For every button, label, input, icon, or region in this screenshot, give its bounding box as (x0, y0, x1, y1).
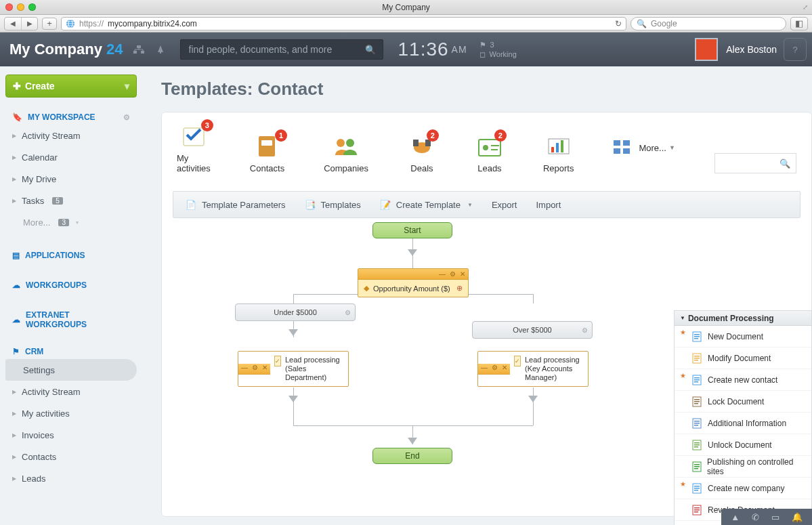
flow-end-node[interactable]: End (372, 448, 452, 464)
status-text: Working (490, 49, 517, 59)
gear-icon[interactable]: ⚙ (450, 270, 456, 278)
crm-tab-more[interactable]: More...▼ (613, 140, 675, 156)
chat-icon[interactable]: ▭ (771, 512, 779, 522)
sidebar-item-my-activities[interactable]: ▶My activities (5, 402, 137, 424)
dp-item[interactable]: ★Modify Document (675, 348, 811, 369)
fullscreen-icon[interactable]: ⤢ (800, 3, 809, 12)
dp-header[interactable]: ▼Document Processing (675, 311, 811, 326)
sidebar-item-tasks[interactable]: ▶Tasks5 (5, 190, 137, 211)
new-tab-button[interactable]: + (42, 18, 57, 30)
gear-icon[interactable]: ⚙ (582, 327, 588, 334)
bell-icon[interactable] (154, 43, 167, 56)
workspace-header[interactable]: 🔖 MY WORKSPACE ⚙ (5, 110, 137, 125)
gear-icon[interactable]: ⚙ (252, 364, 258, 374)
connector (533, 408, 534, 425)
dp-item[interactable]: ★Create new contact (675, 369, 811, 391)
tb-create-template[interactable]: 📝Create Template▼ (380, 199, 473, 210)
arrow-icon (289, 329, 298, 336)
crm-tab-deals[interactable]: 2 Deals (408, 133, 436, 173)
crm-tab-contacts[interactable]: 1 Contacts (250, 133, 284, 173)
close-icon[interactable]: ✕ (460, 270, 465, 278)
tab-label: Companies (324, 163, 368, 173)
tb-templates[interactable]: 📑Templates (305, 199, 361, 210)
group-icon: ☁ (12, 280, 20, 290)
more-icon (613, 140, 632, 156)
bookmark-icon: 🔖 (12, 112, 22, 122)
forward-button[interactable]: ▶ (21, 18, 37, 30)
gear-icon[interactable]: ⚙ (123, 113, 130, 122)
browser-search[interactable]: 🔍 Google (631, 17, 786, 30)
arrow-icon (408, 438, 417, 444)
dp-item[interactable]: ★Additional Information (675, 413, 811, 434)
address-bar[interactable]: https://mycompany.bitrix24.com ↻ (61, 17, 626, 30)
avatar[interactable] (695, 38, 718, 61)
dp-item[interactable]: ★New Document (675, 326, 811, 348)
sidebar-item-label: Contacts (22, 452, 56, 462)
reload-icon[interactable]: ↻ (615, 19, 622, 28)
clipboard-icon: ✓ (514, 356, 521, 366)
flow-condition-left[interactable]: Under $5000⚙ (235, 303, 356, 321)
sidebar-item-activity-stream[interactable]: ▶Activity Stream (5, 125, 137, 146)
crm-search[interactable]: 🔍 (714, 153, 796, 173)
sidebar-item-more[interactable]: More...3▾ (5, 211, 137, 233)
sidebar-item-calendar[interactable]: ▶Calendar (5, 146, 137, 168)
crm-tab-leads[interactable]: 2 Leads (475, 133, 504, 173)
search-icon: 🔍 (779, 159, 790, 169)
close-icon[interactable]: ✕ (502, 364, 507, 374)
flow-task-left[interactable]: —⚙✕ ✓Lead processing (Sales Department) (238, 351, 349, 387)
sidebar-item-my-drive[interactable]: ▶My Drive (5, 168, 137, 190)
gear-icon[interactable]: ⚙ (345, 309, 351, 316)
sidebar-item-label: Calendar (22, 152, 58, 163)
flow-start-node[interactable]: Start (372, 222, 452, 238)
svg-point-15 (483, 145, 488, 150)
sidebar-item-settings[interactable]: Settings (5, 359, 137, 381)
crm-tab-reports[interactable]: Reports (543, 133, 574, 173)
minimize-icon[interactable]: — (241, 364, 248, 374)
document-icon (691, 396, 702, 407)
brand[interactable]: My Company 24 (9, 41, 123, 58)
bookmarks-button[interactable]: ◧ (790, 17, 808, 30)
sidebar-item-leads[interactable]: ▶Leads (5, 467, 137, 489)
crm-tab-companies[interactable]: Companies (324, 133, 368, 173)
sidebar-item-crm-activity-stream[interactable]: ▶Activity Stream (5, 381, 137, 402)
dp-item[interactable]: ★Lock Document (675, 391, 811, 413)
tb-import[interactable]: Import (536, 200, 561, 210)
clock-ampm: AM (452, 44, 467, 55)
extranet-section[interactable]: ☁EXTRANET WORKGROUPS (5, 308, 137, 332)
gear-icon[interactable]: ⚙ (492, 364, 498, 374)
dp-item[interactable]: ★Publishing on controlled sites (675, 456, 811, 478)
tb-template-params[interactable]: 📄Template Parameters (186, 199, 286, 210)
sidebar-item-invoices[interactable]: ▶Invoices (5, 424, 137, 446)
minimize-icon[interactable]: — (439, 270, 446, 278)
plus-icon[interactable]: ⊕ (456, 284, 463, 293)
crm-header[interactable]: ⚑CRM (5, 344, 137, 359)
close-icon[interactable]: ✕ (262, 364, 268, 374)
workgroups-section[interactable]: ☁WORKGROUPS (5, 278, 137, 293)
sidebar-item-contacts[interactable]: ▶Contacts (5, 446, 137, 467)
flow-condition-right[interactable]: Over $5000⚙ (472, 321, 593, 339)
flow-task-right[interactable]: —⚙✕ ✓Lead processing (Key Accounts Manag… (477, 351, 589, 387)
dp-item[interactable]: ★Unlock Document (675, 434, 811, 456)
expand-icon[interactable]: ▲ (731, 512, 740, 522)
phone-icon[interactable]: ✆ (752, 512, 759, 522)
user-block[interactable]: Alex Boston (695, 38, 777, 61)
search-icon[interactable]: 🔍 (365, 45, 376, 55)
create-button[interactable]: ✚Create ▾ (5, 75, 137, 98)
sitemap-icon[interactable] (133, 43, 145, 56)
tb-export[interactable]: Export (492, 200, 517, 210)
flow-decision-node[interactable]: —⚙✕ ◆Opportunity Amount ($)⊕ (358, 268, 469, 297)
app-search[interactable]: 🔍 (180, 39, 383, 60)
back-button[interactable]: ◀ (5, 18, 21, 30)
help-button[interactable]: ? (784, 38, 807, 61)
svg-point-10 (346, 139, 354, 147)
minimize-icon[interactable]: — (481, 364, 488, 374)
badge: 3 (58, 219, 69, 226)
svg-rect-55 (694, 486, 700, 487)
dp-item[interactable]: ★Create new company (675, 478, 811, 499)
connector (293, 408, 294, 425)
search-input[interactable] (188, 43, 365, 56)
applications-section[interactable]: ▤APPLICATIONS (5, 248, 137, 263)
svg-rect-20 (556, 143, 559, 152)
bell-icon[interactable]: 🔔 (792, 512, 803, 522)
crm-tab-my-activities[interactable]: 3 My activities (177, 123, 211, 173)
